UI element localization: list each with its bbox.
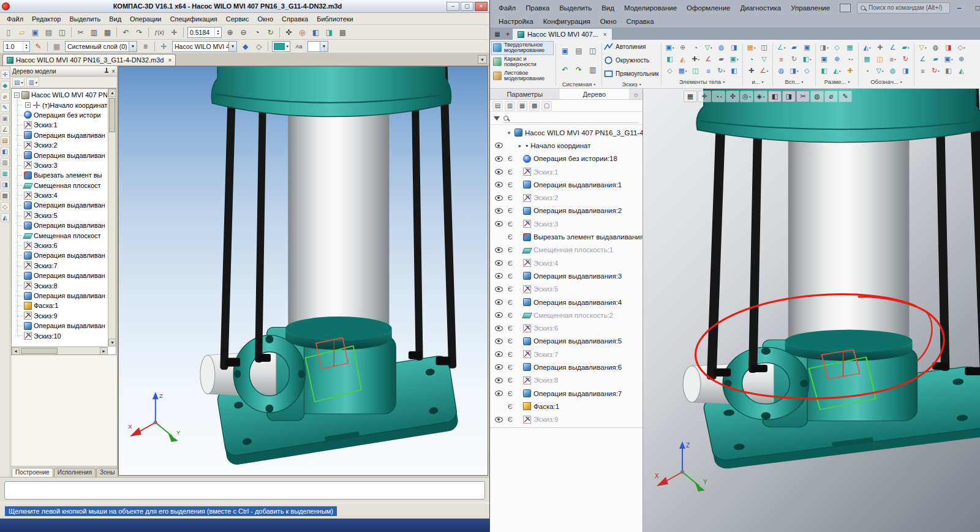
visibility-eye-icon[interactable]: [495, 247, 503, 253]
ribbon-command-icon[interactable]: ◨: [902, 65, 908, 77]
ribbon-command-icon[interactable]: ≡: [779, 53, 783, 65]
section-exclude-icon[interactable]: Є: [506, 246, 514, 253]
ribbon-command-icon[interactable]: ◫: [876, 53, 883, 65]
tree-item[interactable]: ЄОперация выдавливания:4: [490, 296, 643, 309]
ribbon-command-icon[interactable]: ∠: [890, 42, 896, 53]
tree-item[interactable]: Эскиз:1: [13, 120, 107, 130]
section-exclude-icon[interactable]: Є: [506, 168, 514, 176]
left-menu-item-4[interactable]: Операции: [126, 14, 165, 24]
right-menu2-item-2[interactable]: Окно: [595, 16, 622, 27]
ribbon-command-icon[interactable]: ✚: [847, 65, 853, 77]
visibility-eye-icon[interactable]: [495, 326, 503, 331]
left-3d-viewport[interactable]: [118, 66, 488, 476]
pan-icon[interactable]: ✜: [726, 91, 739, 102]
tree-item[interactable]: ЄОперация выдавливания:3: [490, 269, 643, 282]
left-menu-item-7[interactable]: Окно: [253, 14, 277, 24]
ribbon-command-icon[interactable]: ◨: [945, 42, 951, 53]
annotation-icon[interactable]: ✎: [839, 91, 852, 102]
expand-expander[interactable]: +: [25, 102, 31, 108]
command-search-input[interactable]: Поиск по командам (Alt+/): [857, 2, 950, 13]
ribbon-group-label-1[interactable]: и...▾: [745, 77, 771, 86]
ribbon-command-icon[interactable]: ◧: [945, 65, 951, 77]
tree-item[interactable]: Эскиз:6: [13, 241, 107, 250]
orientation-icon[interactable]: ◧: [309, 26, 322, 39]
minimize-button[interactable]: –: [950, 0, 968, 15]
right-menu-item-0[interactable]: Файл: [494, 2, 521, 13]
ribbon-command-icon[interactable]: ▰: [791, 42, 796, 53]
ribbon-command-icon[interactable]: ◧: [666, 53, 673, 65]
close-tab-icon[interactable]: ×: [168, 57, 172, 64]
ribbon-command-icon[interactable]: ✚: [877, 42, 883, 53]
tree-item[interactable]: ЄЭскиз:5: [490, 283, 643, 296]
right-menu2-item-3[interactable]: Справка: [622, 16, 659, 27]
ribbon-command-icon[interactable]: ∠▾: [777, 42, 785, 53]
tree-item[interactable]: Операция выдавливан: [13, 130, 107, 140]
ribbon-command-icon[interactable]: ◍: [890, 65, 896, 77]
ribbon-command-icon[interactable]: ▦: [864, 53, 870, 65]
ribbon-command-icon[interactable]: ◍: [933, 42, 939, 53]
style-combo[interactable]: ▾: [307, 41, 328, 52]
left-menu-item-2[interactable]: Выделить: [65, 14, 105, 24]
selection-icon[interactable]: ◧: [1, 147, 10, 156]
style-combo-dropdown-icon[interactable]: ▾: [320, 42, 328, 51]
ribbon-command-icon[interactable]: ⊕: [680, 42, 685, 53]
ribbon-command-icon[interactable]: ▣: [804, 42, 810, 53]
minimize-button[interactable]: –: [447, 2, 459, 11]
ribbon-command-icon[interactable]: ◍: [718, 42, 725, 53]
tree-item[interactable]: ЄОперация выдавливания:1: [490, 178, 643, 191]
tree-item[interactable]: Эскиз:7: [13, 261, 107, 271]
section-exclude-icon[interactable]: Є: [506, 364, 514, 371]
ribbon-command-icon[interactable]: ▰▾: [902, 42, 910, 53]
right-menu-item-3[interactable]: Вид: [597, 2, 619, 13]
tree-item[interactable]: ЄВырезать элемент выдавливания:1: [490, 230, 643, 243]
shaded-view-icon[interactable]: ◨: [323, 26, 336, 39]
tree-item[interactable]: Эскиз:5: [13, 211, 107, 220]
tree-item[interactable]: ЄОперация выдавливания:5: [490, 335, 643, 348]
edit-part-icon[interactable]: ◆: [239, 40, 252, 53]
save-icon[interactable]: ▣: [29, 26, 42, 39]
collapse-expander[interactable]: ▾: [506, 130, 512, 136]
visibility-eye-icon[interactable]: [495, 195, 503, 201]
visibility-eye-icon[interactable]: [495, 417, 503, 422]
tree-item[interactable]: Смещенная плоскост: [13, 230, 107, 240]
aux-geometry-icon[interactable]: ◇: [1, 202, 10, 211]
close-panel-icon[interactable]: ×: [111, 68, 115, 75]
designations-icon[interactable]: ✎: [1, 103, 10, 112]
tree-item[interactable]: ЄЭскиз:2: [490, 191, 643, 204]
visibility-eye-icon[interactable]: [495, 143, 503, 148]
ribbon-command-icon[interactable]: ▣▾: [666, 42, 674, 53]
tree-item[interactable]: ЄЭскиз:4: [490, 257, 643, 269]
zoom-icon[interactable]: ◔▾: [712, 91, 725, 102]
redo-icon[interactable]: ↷: [573, 64, 584, 76]
ribbon-command-icon[interactable]: ◫: [761, 42, 767, 53]
tree-item[interactable]: ЄФаска:1: [490, 400, 643, 413]
right-menu-item-4[interactable]: Моделирование: [619, 2, 682, 13]
section-exclude-icon[interactable]: Є: [506, 299, 514, 306]
filter-funnel-icon[interactable]: [494, 116, 500, 121]
ribbon-command-icon[interactable]: ≡: [921, 65, 924, 77]
tree-item[interactable]: Операция выдавливан: [13, 150, 107, 160]
ribbon-command-icon[interactable]: ◭▾: [864, 42, 871, 53]
tree-item[interactable]: ЄОперация выдавливания:2: [490, 204, 643, 217]
sketch-command-1[interactable]: Окружность: [604, 56, 659, 65]
refresh-icon[interactable]: ↻: [264, 26, 277, 39]
workflow-mode-2[interactable]: Листовое моделирование: [491, 69, 554, 83]
tree-item[interactable]: Эскиз:4: [13, 190, 107, 200]
left-menu-item-3[interactable]: Вид: [105, 14, 126, 24]
tree-item[interactable]: ЄЭскиз:8: [490, 374, 643, 387]
tree-item[interactable]: ЄЭскиз:7: [490, 348, 643, 361]
system-group-label[interactable]: Системная▾: [558, 80, 600, 88]
ribbon-command-icon[interactable]: ⊕: [959, 53, 964, 65]
tree-item[interactable]: Эскиз:9: [13, 311, 107, 321]
specification-icon[interactable]: ▥: [1, 158, 10, 167]
visibility-eye-icon[interactable]: [495, 182, 503, 187]
panel-tab-1[interactable]: Дерево: [560, 89, 630, 99]
scale-combo[interactable]: 1.0▴▾: [3, 41, 30, 52]
ribbon-command-icon[interactable]: ◔: [865, 65, 869, 77]
snap-pencil-icon[interactable]: ✎: [32, 40, 45, 53]
section-exclude-icon[interactable]: Є: [506, 285, 514, 293]
layer-combo[interactable]: Системный слой (0)▾: [65, 41, 137, 52]
undo-icon[interactable]: ↶: [559, 64, 571, 76]
tree-item[interactable]: ЄЭскиз:9: [490, 413, 643, 426]
tree-item[interactable]: ЄЭскиз:3: [490, 217, 643, 230]
